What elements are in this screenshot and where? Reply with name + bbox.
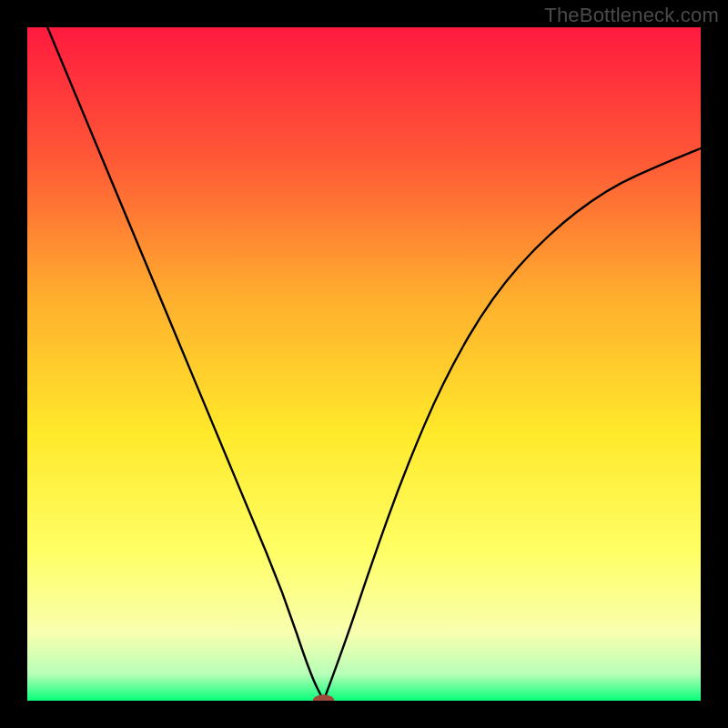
watermark-text: TheBottleneck.com <box>544 4 719 27</box>
chart-svg <box>27 27 701 701</box>
gradient-background <box>27 27 701 701</box>
plot-area <box>27 27 701 701</box>
chart-frame: TheBottleneck.com <box>0 0 728 728</box>
